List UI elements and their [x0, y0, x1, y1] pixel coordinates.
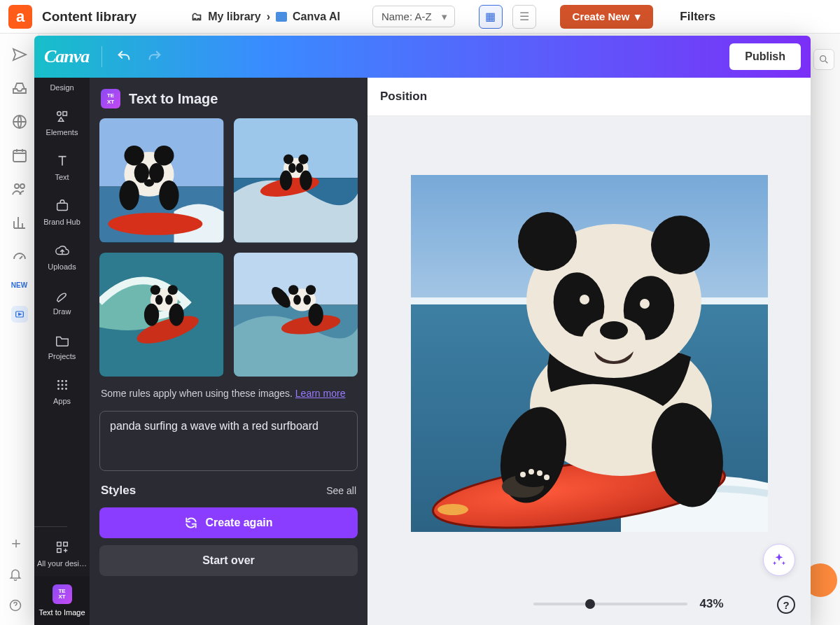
editor-topbar: Canva Publish	[34, 36, 811, 78]
rail-projects[interactable]: Projects	[34, 324, 90, 369]
host-search-button[interactable]	[813, 49, 834, 70]
svg-point-14	[57, 384, 59, 386]
close-modal-button[interactable]: ✕	[815, 8, 830, 30]
result-thumb-4[interactable]	[234, 253, 358, 377]
plus-icon[interactable]: ＋	[8, 533, 24, 554]
rail-apps[interactable]: Apps	[34, 369, 90, 414]
svg-rect-10	[57, 203, 67, 210]
learn-more-link[interactable]: Learn more	[295, 388, 346, 399]
people-icon[interactable]	[11, 181, 28, 197]
rail-separator	[34, 526, 67, 527]
rail-text[interactable]: Text	[34, 145, 90, 190]
pencil-icon	[55, 288, 70, 303]
rail-label: Text to Image	[38, 608, 85, 617]
rail-text-to-image[interactable]: TEXT Text to Image	[34, 576, 90, 625]
undo-button[interactable]	[115, 48, 133, 66]
zoom-slider[interactable]	[533, 603, 687, 605]
canvas-stage[interactable]: 43% ?	[368, 116, 811, 625]
svg-point-33	[159, 181, 178, 211]
chart-icon[interactable]	[11, 214, 28, 231]
rail-draw[interactable]: Draw	[34, 279, 90, 324]
result-thumb-1[interactable]	[99, 118, 224, 243]
list-view-button[interactable]: ☰	[512, 5, 536, 29]
svg-point-41	[295, 163, 303, 173]
shapes-icon	[55, 108, 70, 124]
prompt-input[interactable]: panda surfing a wave with a red surfboar…	[99, 411, 358, 471]
help-icon[interactable]	[8, 598, 24, 615]
rail-uploads[interactable]: Uploads	[34, 234, 90, 279]
button-label: Create again	[205, 517, 272, 529]
inbox-icon[interactable]	[11, 80, 28, 97]
host-logo[interactable]: a	[8, 5, 32, 29]
svg-point-12	[61, 380, 63, 382]
text-to-image-app-icon: TEXT	[52, 584, 72, 604]
grid-view-button[interactable]: ▦	[479, 5, 503, 29]
breadcrumb-root[interactable]: My library	[208, 10, 261, 23]
host-bottom-rail: ＋	[8, 533, 24, 615]
bell-icon[interactable]	[8, 568, 24, 584]
canvas-artwork[interactable]	[411, 175, 768, 532]
chevron-down-icon: ▾	[635, 10, 640, 23]
send-icon[interactable]	[11, 46, 28, 63]
new-badge: NEW	[11, 281, 27, 289]
rail-brand-hub[interactable]: Brand Hub	[34, 190, 90, 234]
svg-rect-21	[63, 542, 67, 547]
calendar-icon[interactable]	[11, 147, 28, 164]
svg-line-1	[825, 61, 827, 63]
svg-rect-3	[13, 150, 26, 162]
breadcrumb-current[interactable]: Canva AI	[293, 10, 340, 23]
svg-point-39	[298, 154, 308, 164]
globe-icon[interactable]	[11, 113, 28, 130]
svg-point-85	[537, 470, 542, 476]
folder-icon	[55, 332, 70, 348]
rail-label: Text	[55, 173, 69, 181]
svg-point-75	[651, 216, 710, 274]
redo-button[interactable]	[146, 48, 164, 66]
publish-button[interactable]: Publish	[729, 43, 801, 70]
rail-all-designs[interactable]: All your desi…	[34, 531, 90, 576]
svg-point-49	[155, 295, 163, 304]
zoom-percent[interactable]: 43%	[700, 597, 724, 611]
canvas-toolbar: Position	[368, 78, 811, 116]
create-again-button[interactable]: Create again	[99, 507, 358, 538]
rail-elements[interactable]: Elements	[34, 100, 90, 145]
svg-point-19	[65, 388, 67, 390]
tool-rail: Design Elements Text Brand Hub Uploads D…	[34, 78, 90, 625]
canva-logo[interactable]: Canva	[44, 46, 89, 67]
apps-grid-icon	[55, 377, 70, 393]
gauge-icon[interactable]	[11, 248, 28, 265]
rail-design[interactable]: Design	[34, 82, 90, 100]
sort-select[interactable]: Name: A-Z	[372, 6, 455, 27]
panel-title: Text to Image	[129, 91, 218, 107]
chevron-right-icon: ›	[267, 10, 270, 23]
cloud-upload-icon	[55, 243, 70, 258]
create-new-button[interactable]: Create New▾	[560, 5, 654, 29]
zoom-thumb[interactable]	[585, 599, 595, 609]
canvas-help-button[interactable]: ?	[777, 596, 795, 614]
position-button[interactable]: Position	[380, 90, 427, 104]
svg-point-84	[528, 469, 534, 475]
text-to-image-app-icon: TEXT	[101, 89, 120, 108]
svg-point-59	[293, 295, 301, 304]
result-grid	[99, 118, 358, 377]
svg-rect-22	[57, 549, 61, 553]
svg-point-17	[57, 388, 59, 390]
text-to-image-panel: ◀ TEXT Text to Image	[90, 78, 368, 625]
media-library-icon[interactable]	[11, 306, 28, 323]
result-thumb-3[interactable]	[99, 253, 224, 377]
divider	[102, 46, 102, 67]
text-icon	[55, 153, 70, 169]
svg-point-51	[144, 303, 159, 325]
start-over-button[interactable]: Start over	[99, 545, 358, 576]
result-thumb-2[interactable]	[234, 118, 358, 243]
svg-point-38	[284, 154, 293, 164]
svg-point-0	[820, 56, 826, 62]
svg-point-31	[144, 179, 154, 187]
host-title: Content library	[42, 9, 136, 24]
see-all-styles-link[interactable]: See all	[326, 485, 356, 496]
folder-icon	[276, 12, 287, 22]
svg-point-43	[300, 171, 312, 190]
magic-fab-button[interactable]	[763, 544, 795, 576]
breadcrumb[interactable]: 🗂 My library › Canva AI	[191, 10, 340, 23]
svg-point-16	[65, 384, 67, 386]
